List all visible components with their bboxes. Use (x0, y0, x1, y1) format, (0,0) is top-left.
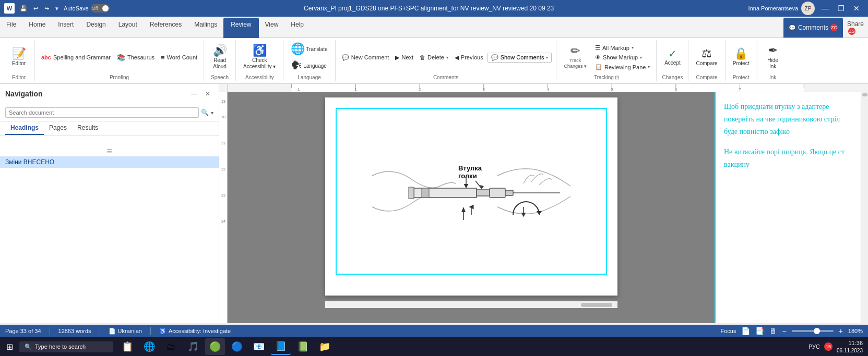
check-accessibility-btn[interactable]: ♿ CheckAccessibility ▾ (240, 43, 279, 72)
translate-btn[interactable]: 🌐 Translate (288, 41, 330, 57)
next-btn[interactable]: ▶ Next (393, 53, 415, 62)
speech-group-label: Speech (211, 73, 229, 80)
group-compare: ⚖ Compare Compare (688, 40, 725, 81)
svg-marker-42 (461, 207, 466, 212)
thesaurus-btn[interactable]: 📚 Thesaurus (115, 53, 157, 63)
nav-minimize-btn[interactable]: — (188, 88, 200, 100)
word-count-btn[interactable]: ≡ Word Count (159, 53, 199, 63)
taskbar-app-excel[interactable]: 📗 (293, 338, 313, 355)
tab-layout[interactable]: Layout (112, 18, 144, 38)
taskbar-app-6[interactable]: 🟢 (205, 338, 225, 355)
show-comments-btn[interactable]: 💬 Show Comments ▾ (487, 53, 552, 63)
start-button[interactable]: ⊞ (2, 340, 17, 354)
taskbar-app-teams[interactable]: 🔵 (227, 338, 247, 355)
sys-time-date[interactable]: 11:36 06.11.2023 (837, 339, 863, 353)
read-aloud-btn[interactable]: 🔊 ReadAloud (208, 43, 231, 72)
show-markup-btn[interactable]: 👁 Show Markup ▾ (593, 53, 652, 62)
svg-text:6: 6 (675, 87, 677, 92)
tab-share[interactable]: Share ZS (843, 18, 868, 38)
taskbar-app-explorer[interactable]: 🗂 (161, 338, 181, 355)
quick-access-more-btn[interactable]: ▾ (53, 4, 61, 13)
tab-mailings[interactable]: Mailings (188, 18, 223, 38)
taskbar-app-5[interactable]: 🎵 (183, 338, 203, 355)
accept-btn[interactable]: ✓ Accept (661, 46, 684, 68)
zoom-slider[interactable] (792, 330, 834, 332)
tab-file[interactable]: File (0, 18, 22, 38)
reviewing-pane-btn[interactable]: 📋 Reviewing Pane ▾ (593, 63, 652, 71)
previous-btn[interactable]: ◀ Previous (453, 53, 485, 62)
page-status[interactable]: Page 33 of 34 (5, 328, 41, 334)
words-status[interactable]: 12863 words (58, 328, 91, 334)
close-btn[interactable]: ✕ (849, 3, 864, 14)
sys-lang[interactable]: РУС (808, 343, 820, 350)
view-mode-2[interactable]: 📑 (755, 327, 764, 335)
compare-btn[interactable]: ⚖ Compare (693, 46, 720, 69)
tab-references[interactable]: References (144, 18, 188, 38)
results-tab[interactable]: Results (72, 121, 103, 135)
taskbar-app-edge[interactable]: 🌐 (139, 338, 159, 355)
vertical-scrollbar[interactable] (861, 92, 868, 323)
delete-btn[interactable]: 🗑 Delete ▾ (418, 53, 450, 62)
zoom-minus-btn[interactable]: − (782, 327, 786, 335)
hide-ink-btn[interactable]: ✒ HideInk (762, 43, 784, 72)
read-aloud-label: ReadAloud (213, 57, 227, 70)
redo-quick-btn[interactable]: ↪ (42, 4, 51, 13)
status-sep-3 (150, 327, 151, 335)
nav-item-zminy[interactable]: Зміни ВНЕСЕНО (0, 156, 219, 168)
sys-notif[interactable]: 15 (824, 342, 833, 351)
save-quick-btn[interactable]: 💾 (18, 4, 29, 13)
zoom-level[interactable]: 180% (848, 328, 863, 334)
minimize-btn[interactable]: — (818, 3, 833, 14)
tracking-expand-icon[interactable]: ⊡ (615, 75, 619, 80)
undo-quick-btn[interactable]: ↩ (31, 4, 40, 13)
tab-view[interactable]: View (259, 18, 285, 38)
taskbar-app-outlook[interactable]: 📧 (249, 338, 269, 355)
translate-icon: 🌐 (291, 43, 305, 55)
view-mode-3[interactable]: 🖥 (769, 327, 777, 335)
show-comments-dropdown-icon: ▾ (546, 55, 548, 60)
autosave-toggle[interactable]: Off (91, 4, 110, 13)
thesaurus-label: Thesaurus (127, 54, 154, 60)
tab-design[interactable]: Design (80, 18, 112, 38)
previous-label: Previous (461, 54, 483, 60)
autosave-area: AutoSave Off (64, 4, 110, 13)
language-btn[interactable]: 🗣 Language (288, 58, 330, 73)
tab-review[interactable]: Review (223, 18, 258, 38)
tab-help[interactable]: Help (284, 18, 310, 38)
group-editor: 📝 Editor Editor (3, 40, 35, 81)
restore-btn[interactable]: ❐ (834, 3, 848, 14)
view-mode-1[interactable]: 📄 (741, 327, 750, 335)
delete-dropdown-icon: ▾ (446, 55, 448, 60)
zoom-thumb[interactable] (814, 328, 820, 334)
spelling-grammar-btn[interactable]: abc Spelling and Grammar (39, 53, 113, 62)
document-page: Втулка голки (325, 97, 617, 296)
horizontal-scrollbar[interactable] (325, 301, 617, 308)
taskbar-app-word[interactable]: 📘 (271, 338, 291, 355)
new-comment-btn[interactable]: 💬 New Comment (340, 53, 391, 62)
search-icon[interactable]: 🔍 (201, 109, 209, 116)
editor-btn[interactable]: 📝 Editor (7, 46, 30, 69)
taskbar-search[interactable]: 🔍 Type here to search (19, 341, 113, 352)
taskbar-app-taskview[interactable]: 📋 (117, 338, 137, 355)
track-changes-btn[interactable]: ✏ TrackChanges ▾ (561, 43, 590, 71)
tab-home[interactable]: Home (22, 18, 52, 38)
accessibility-status[interactable]: ♿ Accessibility: Investigate (159, 328, 231, 335)
taskbar-app-files[interactable]: 📁 (315, 338, 335, 355)
zoom-plus-btn[interactable]: + (839, 327, 843, 335)
headings-tab[interactable]: Headings (5, 121, 44, 135)
search-input[interactable] (5, 107, 199, 118)
language-status[interactable]: 📄 Ukrainian (109, 328, 142, 335)
protect-btn[interactable]: 🔒 Protect (730, 46, 753, 69)
accessibility-group-label: Accessibility (245, 73, 274, 80)
tab-insert[interactable]: Insert (52, 18, 80, 38)
tab-comments[interactable]: 💬 Comments ZC (783, 18, 843, 38)
syringe-diagram: Втулка голки (362, 134, 581, 249)
search-dropdown-icon[interactable]: ▾ (211, 110, 213, 116)
focus-btn[interactable]: Focus (721, 328, 736, 334)
pages-tab[interactable]: Pages (44, 121, 72, 135)
nav-close-btn[interactable]: ✕ (202, 88, 213, 100)
spelling-icon: abc (41, 54, 51, 60)
all-markup-btn[interactable]: ☰ All Markup ▾ (593, 43, 652, 52)
scrollbar-thumb-h[interactable] (581, 303, 612, 307)
scrollbar-thumb-v[interactable] (862, 93, 867, 96)
